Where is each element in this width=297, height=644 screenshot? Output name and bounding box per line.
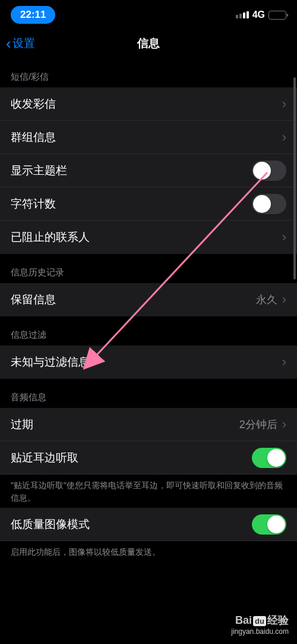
watermark-brand-2: du [253, 616, 266, 626]
row-value: 2分钟后 [239, 417, 277, 432]
row-label: 低质量图像模式 [11, 517, 90, 532]
page-title: 信息 [137, 36, 160, 51]
watermark: Baidu经验 jingyan.baidu.com [231, 613, 289, 636]
row-blocked-contacts[interactable]: 已阻止的联系人 › [0, 221, 297, 254]
chevron-right-icon: › [282, 292, 286, 307]
toggle-low-quality[interactable] [252, 514, 286, 535]
chevron-right-icon: › [282, 130, 286, 145]
chevron-right-icon: › [282, 96, 286, 112]
chevron-right-icon: › [282, 230, 286, 245]
section-header-filter: 信息过滤 [0, 316, 297, 345]
back-button[interactable]: ‹ 设置 [6, 36, 35, 51]
status-bar: 22:11 4G [0, 0, 297, 29]
row-label: 贴近耳边听取 [11, 450, 78, 466]
row-label: 过期 [11, 417, 33, 432]
row-keep-messages[interactable]: 保留信息 永久 › [0, 283, 297, 316]
row-label: 未知与过滤信息 [11, 354, 90, 370]
battery-icon [268, 11, 286, 20]
section-header-sms: 短信/彩信 [0, 58, 297, 87]
row-raise-to-listen: 贴近耳边听取 [0, 441, 297, 475]
row-char-count: 字符计数 [0, 187, 297, 221]
row-label: 收发彩信 [11, 96, 56, 112]
watermark-url: jingyan.baidu.com [231, 627, 289, 636]
row-label: 已阻止的联系人 [11, 230, 90, 245]
row-unknown-filter[interactable]: 未知与过滤信息 › [0, 345, 297, 379]
network-label: 4G [252, 10, 265, 20]
back-label: 设置 [12, 36, 35, 51]
chevron-right-icon: › [282, 354, 286, 370]
scrollbar[interactable] [293, 77, 296, 279]
row-expire[interactable]: 过期 2分钟后 › [0, 408, 297, 441]
chevron-right-icon: › [282, 417, 286, 432]
row-label: 保留信息 [11, 292, 56, 307]
row-value: 永久 [256, 293, 277, 307]
section-header-history: 信息历史记录 [0, 254, 297, 283]
row-mms[interactable]: 收发彩信 › [0, 87, 297, 121]
row-label: 字符计数 [11, 196, 56, 212]
section-footer-lowq: 启用此功能后，图像将以较低质量发送。 [0, 541, 297, 562]
row-label: 显示主题栏 [11, 163, 67, 178]
toggle-raise-to-listen[interactable] [252, 448, 286, 468]
watermark-brand-1: Bai [235, 614, 252, 627]
row-show-subject: 显示主题栏 [0, 154, 297, 187]
toggle-char-count[interactable] [252, 194, 286, 214]
row-group-messaging[interactable]: 群组信息 › [0, 121, 297, 154]
signal-icon [236, 11, 249, 18]
status-right: 4G [236, 10, 286, 20]
row-low-quality: 低质量图像模式 [0, 508, 297, 541]
watermark-brand-3: 经验 [267, 613, 289, 627]
nav-bar: ‹ 设置 信息 [0, 29, 297, 58]
status-time: 22:11 [11, 6, 55, 24]
section-header-audio: 音频信息 [0, 379, 297, 408]
section-footer-raise: "贴近耳边听取"使您只需将电话举至耳边，即可快速听取和回复收到的音频信息。 [0, 475, 297, 508]
chevron-left-icon: ‹ [6, 36, 11, 51]
toggle-show-subject[interactable] [252, 161, 286, 181]
row-label: 群组信息 [11, 130, 56, 145]
